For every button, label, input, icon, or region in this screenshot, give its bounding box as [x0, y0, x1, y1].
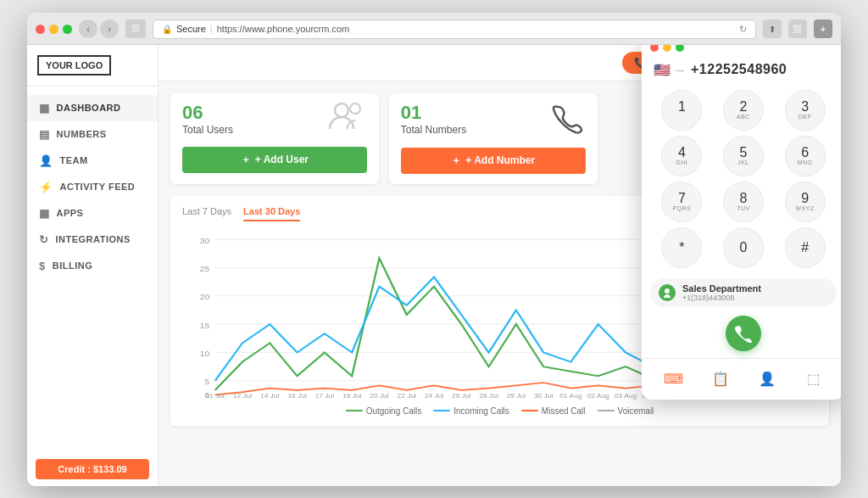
dialer-nav-settings[interactable]: ⬚ [800, 366, 827, 393]
back-button[interactable]: ‹ [79, 20, 97, 38]
dialer-bottom-nav: ⌨ 📋 👤 ⬚ [642, 358, 841, 400]
dial-key-4[interactable]: 4 GHI [661, 136, 702, 176]
share-icon[interactable]: ⬆ [763, 20, 782, 38]
add-number-button[interactable]: ＋ + Add Number [401, 148, 586, 174]
dialer-expand[interactable] [676, 45, 684, 52]
add-user-button[interactable]: ＋ + Add User [182, 147, 367, 173]
forward-button[interactable]: › [100, 20, 119, 38]
call-button[interactable] [726, 316, 761, 351]
dial-key-1[interactable]: 1 [661, 90, 702, 131]
svg-point-1 [350, 104, 360, 114]
sidebar-item-integrations-label: INTEGRATIONS [56, 234, 131, 244]
tab-last-30-days[interactable]: Last 30 Days [243, 206, 300, 221]
sidebar-item-billing[interactable]: $ BILLING [27, 253, 158, 279]
svg-text:01 Aug: 01 Aug [559, 392, 581, 399]
call-button-wrapper [642, 311, 841, 358]
tab-button[interactable]: ⬜ [125, 20, 146, 38]
address-bar[interactable]: 🔒 Secure | https://www.phone.yourcrm.com… [153, 20, 756, 39]
svg-text:02 Aug: 02 Aug [587, 392, 609, 399]
svg-text:20: 20 [200, 292, 209, 300]
sidebar-item-apps[interactable]: ▦ APPS [27, 200, 158, 227]
nav-items: ▦ DASHBOARD ▤ NUMBERS 👤 TEAM ⚡ ACTIVITY … [27, 87, 158, 452]
dial-key-5[interactable]: 5 JKL [723, 136, 764, 176]
add-tab-button[interactable]: + [814, 20, 832, 38]
chart-legend: Outgoing Calls Incoming Calls Missed Cal… [182, 406, 817, 416]
svg-text:15: 15 [200, 321, 209, 329]
dialer-nav-dialpad[interactable]: ⌨ [660, 366, 687, 393]
maximize-button[interactable] [63, 25, 72, 34]
reload-icon[interactable]: ↻ [739, 24, 747, 35]
missed-dot [521, 410, 538, 411]
sidebar-item-integrations[interactable]: ↻ INTEGRATIONS [27, 227, 158, 253]
dial-key-8[interactable]: 8 TUV [723, 182, 764, 222]
voicemail-label: Voicemail [618, 406, 654, 416]
key-7-num: 7 [678, 192, 686, 205]
key-4-num: 4 [678, 146, 686, 159]
logo-area: YOUR LOGO [27, 45, 158, 87]
svg-text:12 Jul: 12 Jul [233, 392, 253, 399]
svg-text:26 Jul: 26 Jul [452, 392, 471, 399]
dial-key-3[interactable]: 3 DEF [785, 90, 826, 131]
key-9-num: 9 [801, 192, 809, 205]
apps-icon: ▦ [39, 207, 50, 220]
dial-pad: 1 2 ABC 3 DEF 4 GHI [642, 87, 841, 275]
dial-key-6[interactable]: 6 MNO [785, 136, 826, 176]
svg-text:20 Jul: 20 Jul [370, 392, 389, 399]
nav-buttons: ‹ › [79, 20, 119, 38]
sidebar-item-team[interactable]: 👤 TEAM [27, 148, 158, 174]
sidebar: YOUR LOGO ▦ DASHBOARD ▤ NUMBERS 👤 TEAM ⚡… [27, 45, 159, 486]
browser-window: ‹ › ⬜ 🔒 Secure | https://www.phone.yourc… [27, 13, 841, 486]
sidebar-item-dashboard[interactable]: ▦ DASHBOARD [27, 95, 158, 121]
plus-number-icon: ＋ [451, 154, 461, 168]
phone-stat-icon [550, 100, 586, 139]
key-7-sub: PQRS [672, 205, 691, 211]
sidebar-item-numbers[interactable]: ▤ NUMBERS [27, 121, 158, 148]
key-star-num: * [679, 241, 684, 255]
dial-key-0[interactable]: 0 [723, 227, 764, 268]
legend-incoming: Incoming Calls [433, 406, 509, 416]
close-button[interactable] [36, 25, 45, 34]
dialer-nav-history[interactable]: 📋 [707, 366, 734, 393]
sidebar-item-activity[interactable]: ⚡ ACTIVITY FEED [27, 174, 158, 200]
key-9-sub: WXYZ [796, 205, 815, 211]
phone-number-display: +12252548960 [691, 62, 787, 77]
svg-text:10: 10 [200, 349, 209, 357]
svg-text:17 Jul: 17 Jul [315, 392, 335, 399]
key-hash-num: # [801, 241, 809, 255]
svg-text:5: 5 [205, 377, 210, 385]
app-container: YOUR LOGO ▦ DASHBOARD ▤ NUMBERS 👤 TEAM ⚡… [27, 45, 841, 486]
svg-text:11 Jul: 11 Jul [206, 392, 225, 399]
numbers-count: 01 [401, 104, 466, 122]
key-6-sub: MNO [798, 159, 813, 165]
outgoing-dot [346, 410, 363, 411]
key-2-sub: ABC [737, 114, 750, 120]
key-8-num: 8 [740, 192, 748, 205]
users-label: Total Users [182, 124, 233, 136]
dial-key-star[interactable]: * [661, 227, 702, 268]
dial-key-2[interactable]: 2 ABC [723, 90, 764, 131]
svg-text:30 Jul: 30 Jul [534, 392, 554, 399]
dialer-minimize[interactable] [663, 45, 671, 52]
dialer-contact: Sales Department +1(318)443008 [650, 278, 837, 307]
dialer-panel: 🇺🇸 — +12252548960 1 2 ABC 3 DEF [642, 45, 841, 400]
dial-key-9[interactable]: 9 WXYZ [785, 182, 826, 222]
numbers-stat-card: 01 Total Numbers ＋ + Add Number [389, 93, 598, 184]
credit-badge: Credit : $133.09 [36, 459, 149, 479]
tab-last-7-days[interactable]: Last 7 Days [182, 206, 231, 221]
dialer-close[interactable] [650, 45, 659, 52]
key-3-sub: DEF [798, 114, 812, 120]
dial-key-hash[interactable]: # [785, 227, 826, 268]
dialer-nav-contacts[interactable]: 👤 [754, 366, 781, 393]
dial-key-7[interactable]: 7 PQRS [661, 182, 702, 222]
secure-icon: 🔒 [162, 25, 172, 34]
contact-info: Sales Department +1(318)443008 [682, 283, 828, 302]
country-flag: 🇺🇸 [654, 62, 670, 78]
key-6-num: 6 [801, 146, 809, 159]
tabs-icon[interactable]: ⬜ [788, 20, 807, 38]
svg-text:16 Jul: 16 Jul [287, 392, 307, 399]
legend-voicemail: Voicemail [598, 406, 654, 416]
svg-text:28 Jul: 28 Jul [479, 392, 498, 399]
minimize-button[interactable] [49, 25, 58, 34]
svg-text:29 Jul: 29 Jul [507, 392, 526, 399]
sidebar-item-dashboard-label: DASHBOARD [57, 103, 121, 113]
